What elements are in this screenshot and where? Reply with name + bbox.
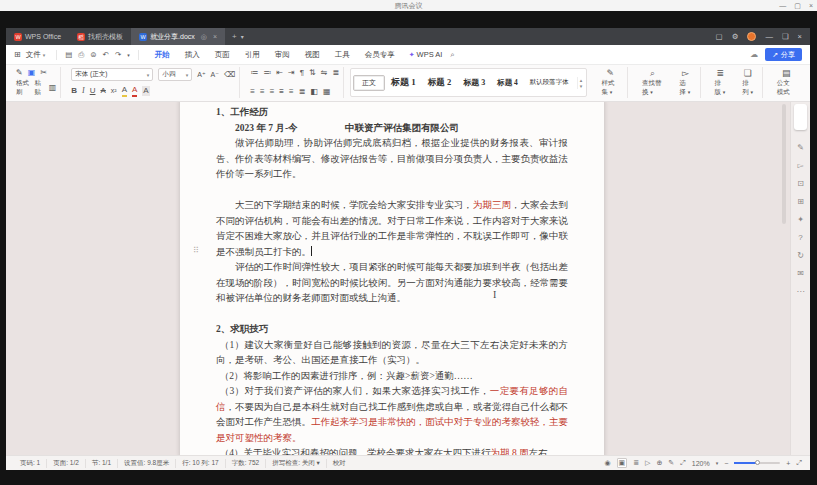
style-chip-6[interactable]: 默认段落字体: [524, 78, 575, 87]
border-icon[interactable]: ▦: [323, 87, 331, 97]
paragraph[interactable]: 2023 年 7 月-今 中联资产评估集团有限公司: [216, 121, 568, 137]
zoom-in-icon[interactable]: +: [786, 460, 790, 467]
numbering-icon[interactable]: ≕: [263, 68, 271, 78]
clear-format-icon[interactable]: ⌫: [224, 70, 235, 80]
style-chip-3[interactable]: 标题 2: [422, 77, 457, 89]
meeting-minimize-icon[interactable]: —: [779, 2, 786, 9]
paragraph[interactable]: 大三的下学期结束的时候，学院会给大家安排专业实习，为期三周，大家会去到不同的评估…: [216, 198, 568, 260]
template-icon[interactable]: ⊞: [797, 192, 804, 210]
bullets-icon[interactable]: ≔: [250, 68, 258, 78]
bold-icon[interactable]: B: [71, 86, 77, 96]
superscript-icon[interactable]: x²: [111, 86, 117, 96]
zoom-slider-knob[interactable]: [755, 460, 760, 465]
style-set-button[interactable]: ✎ 样式集 ▾: [597, 68, 623, 97]
vertical-scrollbar[interactable]: [782, 104, 786, 224]
status-item-3[interactable]: 节: 1/1: [86, 459, 118, 468]
status-item-6[interactable]: 字数: 752: [226, 459, 266, 468]
save-icon[interactable]: ▤: [65, 50, 72, 59]
line-spacing-icon[interactable]: ⇅: [309, 68, 316, 78]
zoom-caret-icon[interactable]: ▾: [716, 460, 719, 466]
wps-restore-icon[interactable]: ❏: [782, 32, 789, 41]
paragraph[interactable]: （3）对于我们资产评估的家人们，如果大家选择实习找工作，一定要有足够的自信，不要…: [216, 384, 568, 446]
zoom-level-value[interactable]: 120%: [692, 460, 710, 467]
cjk-layout-icon[interactable]: ⇋: [321, 68, 328, 78]
style-chip-1[interactable]: 正文: [353, 75, 385, 91]
align-center-icon[interactable]: ≡: [260, 87, 265, 97]
document-tab[interactable]: WWPS Office: [6, 28, 69, 45]
gallery-down-icon[interactable]: ▾: [580, 83, 583, 89]
eye-protection-icon[interactable]: ◉: [604, 459, 610, 467]
outline-view-icon[interactable]: ≣: [633, 459, 639, 467]
increase-font-icon[interactable]: A⁺: [197, 70, 205, 80]
decrease-indent-icon[interactable]: ⇤: [276, 68, 283, 78]
status-item-4[interactable]: 设置值: 9.8厘米: [118, 459, 176, 468]
document-page[interactable]: 1、工作经历2023 年 7 月-今 中联资产评估集团有限公司做评估师助理，协助…: [180, 102, 604, 455]
distribute-icon[interactable]: ≡: [289, 87, 294, 97]
typeset-button[interactable]: ≣ 排版 ▾: [711, 68, 731, 97]
file-menu-button[interactable]: 文件 ▾: [21, 50, 51, 60]
style-chip-5[interactable]: 标题 4: [491, 78, 524, 88]
find-replace-button[interactable]: ⌕ 查找替换 ▾: [638, 68, 667, 97]
ribbon-tab-页面[interactable]: 页面: [215, 50, 230, 60]
meeting-close-icon[interactable]: ×: [809, 2, 813, 9]
tools-icon[interactable]: ✦: [797, 210, 804, 228]
new-tab-icon[interactable]: +: [232, 32, 237, 41]
align-left-icon[interactable]: ≡: [250, 87, 255, 97]
paragraph[interactable]: 做评估师助理，协助评估师完成底稿归档，根据企业提供的财务报表、审计报告、作价表等…: [216, 136, 568, 183]
paragraph[interactable]: （1）建议大家衡量好自己能够接触到的资源，尽量在大三下左右决定好未来的方向，是考…: [216, 338, 568, 369]
share-button[interactable]: ↗ 分享: [765, 48, 802, 61]
status-item-8[interactable]: 校对: [327, 459, 352, 468]
style-chip-2[interactable]: 标题 1: [385, 76, 422, 89]
format-painter-button[interactable]: ✎: [16, 68, 23, 78]
underline-icon[interactable]: U: [90, 86, 96, 96]
user-avatar[interactable]: [747, 32, 756, 41]
format-painter-label[interactable]: 格式刷: [16, 79, 30, 97]
zoom-out-icon[interactable]: −: [724, 460, 728, 467]
quick-access-caret-icon[interactable]: ▾: [127, 52, 130, 58]
tab-list-caret-icon[interactable]: ▾: [241, 33, 244, 40]
print-icon[interactable]: ⎙: [78, 50, 84, 60]
zoom-slider[interactable]: [734, 462, 780, 464]
cut-icon[interactable]: ✂: [40, 68, 47, 78]
style-chip-4[interactable]: 标题 3: [457, 77, 491, 88]
refresh-icon[interactable]: ↻: [797, 246, 804, 264]
ai-panel-card[interactable]: [794, 104, 807, 130]
justify-icon[interactable]: ≡: [279, 87, 284, 97]
document-tab[interactable]: W就业分享.docx◎×: [131, 28, 225, 45]
ribbon-tab-插入[interactable]: 插入: [185, 50, 200, 60]
ribbon-tab-引用[interactable]: 引用: [245, 50, 260, 60]
paragraph[interactable]: 1、工作经历: [216, 105, 568, 121]
strikethrough-icon[interactable]: A: [100, 86, 105, 96]
print-preview-icon[interactable]: ⊜: [90, 50, 96, 59]
read-mode-icon[interactable]: ▷: [645, 459, 650, 467]
fullscreen-icon[interactable]: ⤢: [796, 459, 802, 467]
paragraph[interactable]: （4）关于毕业实习和春招的问题，学校会要求大家在大四下进行为期 8 周左右: [216, 446, 568, 455]
edit-pen-icon[interactable]: ✎: [797, 138, 804, 156]
wps-close-icon[interactable]: ×: [798, 32, 802, 41]
sort-icon[interactable]: ≣: [332, 68, 339, 78]
paste-button[interactable]: ▣: [28, 68, 36, 78]
page-view-icon[interactable]: ▣: [617, 458, 628, 468]
redo-icon[interactable]: ↷: [115, 50, 121, 59]
paragraph[interactable]: （2）将影响工作的因素进行排序，例：兴趣>薪资>通勤……: [216, 369, 568, 385]
app-grid-icon[interactable]: ⊞: [14, 50, 21, 60]
paragraph-layout-icon[interactable]: ≣: [299, 87, 306, 97]
wps-minimize-icon[interactable]: —: [765, 32, 773, 41]
meeting-maximize-icon[interactable]: ▢: [794, 2, 801, 10]
ribbon-tab-工具[interactable]: 工具: [335, 50, 350, 60]
select-cursor-icon[interactable]: ▻: [797, 156, 803, 174]
align-right-icon[interactable]: ≡: [270, 87, 275, 97]
stamp-icon[interactable]: ⊡: [797, 174, 804, 192]
paragraph[interactable]: 评估的工作时间弹性较大，项目紧张的时候可能每天都要加班到半夜（包括出差在现场的阶…: [216, 260, 568, 307]
shading-icon[interactable]: ◧: [310, 87, 318, 97]
status-item-1[interactable]: 页码: 1: [14, 459, 47, 468]
font-size-combo[interactable]: 小四 ▾: [158, 68, 192, 81]
tab-sync-status-icon[interactable]: ◎: [201, 33, 207, 41]
document-tab[interactable]: 稻找稻壳模板: [69, 28, 131, 45]
copy-icon[interactable]: ▥: [49, 83, 57, 93]
help-icon[interactable]: ?: [798, 228, 802, 246]
font-name-combo[interactable]: 宋体 (正文) ▾: [71, 68, 153, 81]
font-color-icon[interactable]: A: [132, 85, 137, 97]
fit-page-icon[interactable]: ⤢: [680, 459, 686, 467]
paste-label[interactable]: 粘贴: [35, 79, 44, 97]
